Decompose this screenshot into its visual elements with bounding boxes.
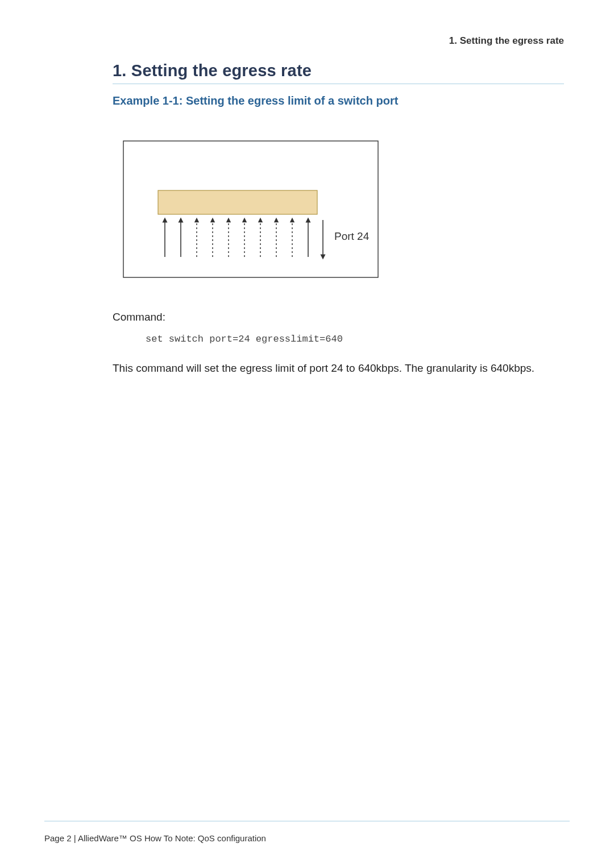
figure-diagram: Port 24 xyxy=(123,140,564,290)
egress-queue-box xyxy=(158,190,317,214)
running-header: 1. Setting the egress rate xyxy=(449,35,564,47)
title-rule xyxy=(113,84,564,84)
switch-port-diagram: Port 24 xyxy=(123,140,396,288)
footer-rule xyxy=(44,821,570,821)
command-label: Command: xyxy=(113,311,564,323)
footer-text: Page 2 | AlliedWare™ OS How To Note: QoS… xyxy=(44,833,266,843)
body-paragraph: This command will set the egress limit o… xyxy=(113,360,564,376)
page: 1. Setting the egress rate 1. Setting th… xyxy=(0,0,614,868)
example-title: Example 1-1: Setting the egress limit of… xyxy=(113,94,564,107)
command-code: set switch port=24 egresslimit=640 xyxy=(146,334,564,344)
port-label: Port 24 xyxy=(334,230,370,242)
content-area: 1. Setting the egress rate Example 1-1: … xyxy=(113,61,564,387)
section-title: 1. Setting the egress rate xyxy=(113,61,564,80)
